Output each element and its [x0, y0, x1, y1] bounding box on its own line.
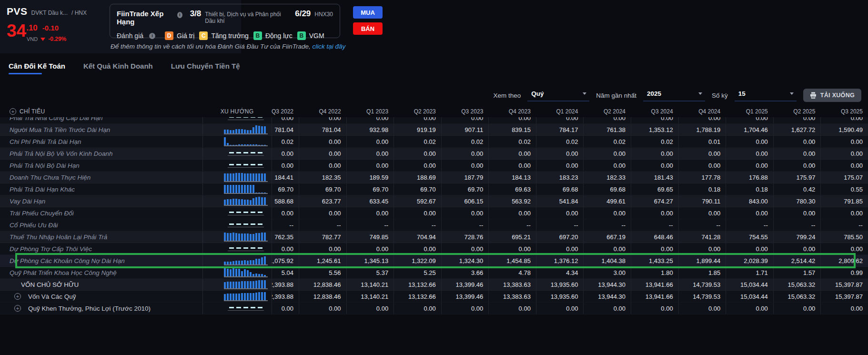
value-cell: 0.00	[272, 303, 299, 314]
value-cell: --	[441, 219, 489, 231]
value-cell: 1,704.46	[726, 124, 773, 135]
trend-sparkline-flat	[224, 220, 268, 230]
value-cell: 0.02	[583, 136, 631, 147]
table-row[interactable]: Dự Phòng Các Khoản Công Nợ Dài Hạn1,075.…	[0, 255, 868, 267]
year-select[interactable]: 2025	[643, 89, 705, 101]
value-cell: 13,383.63	[488, 279, 536, 290]
column-header: Q3 2023	[441, 106, 489, 117]
value-cell: 12,393.88	[272, 291, 299, 302]
value-cell: 12,838.46	[299, 291, 346, 302]
table-row[interactable]: Cổ Phiếu Ưu Đãi-------------------------…	[0, 219, 868, 231]
value-cell: 0.00	[773, 117, 821, 124]
price-block: 34 .10 -0.10 VND -0.29%	[7, 23, 111, 39]
expand-row-icon[interactable]: +	[14, 293, 21, 300]
value-cell: --	[820, 219, 868, 231]
table-row[interactable]: Chi Phí Phải Trả Dài Hạn0.020.000.000.02…	[0, 136, 868, 148]
value-cell: 0.42	[773, 183, 821, 195]
grade-badge: C	[199, 31, 208, 40]
value-cell: 2,028.39	[726, 255, 773, 266]
table-row[interactable]: Người Mua Trả Tiền Trước Dài Hạn781.0478…	[0, 124, 868, 136]
trend-sparkline-bars	[224, 125, 268, 135]
value-cell: 0.00	[488, 243, 536, 254]
table-row[interactable]: Phải Trả Nội Bộ Về Vốn Kinh Doanh0.000.0…	[0, 148, 868, 160]
value-cell: 0.00	[394, 303, 441, 314]
table-row[interactable]: Quỹ Phát Triển Khoa Học Công Nghệ5.045.5…	[0, 267, 868, 279]
value-cell: --	[726, 219, 773, 231]
tab-cân-đối-kế-toán[interactable]: Cân Đối Kế Toán	[9, 62, 65, 74]
row-label: Cổ Phiếu Ưu Đãi	[10, 222, 58, 229]
table-row[interactable]: Doanh Thu Chưa Thực Hiện184.41182.35189.…	[0, 172, 868, 183]
table-row[interactable]: +Vốn Và Các Quỹ12,393.8812,838.4613,140.…	[0, 291, 868, 303]
value-cell: 4.34	[536, 267, 584, 278]
periods-value: 15	[738, 90, 746, 97]
value-cell: 0.00	[820, 243, 868, 254]
value-cell: 697.20	[536, 231, 584, 243]
table-row[interactable]: Dự Phòng Trợ Cấp Thôi Việc0.000.000.000.…	[0, 243, 868, 255]
value-cell: 781.04	[299, 124, 346, 135]
expand-all-icon[interactable]: +	[10, 108, 16, 115]
table-row[interactable]: Phải Trả Nhà Cung Cấp Dài Hạn0.000.000.0…	[0, 117, 868, 124]
row-label: Phải Trả Nội Bộ Về Vốn Kinh Doanh	[10, 150, 113, 157]
index-label: HNX30	[314, 11, 333, 18]
buy-button[interactable]: MUA	[353, 6, 383, 19]
value-cell: 781.04	[272, 124, 299, 135]
value-cell: 0.00	[583, 207, 631, 219]
note-link[interactable]: click tại đây	[313, 43, 346, 50]
table-row[interactable]: Phải Trả Dài Hạn Khác69.7069.7069.7069.7…	[0, 183, 868, 195]
value-cell: 0.00	[346, 117, 394, 124]
info-icon[interactable]: i	[177, 12, 182, 18]
value-cell: 0.00	[536, 117, 584, 124]
value-cell: 14,739.53	[678, 291, 726, 302]
value-cell: 782.77	[299, 231, 346, 243]
view-by-select[interactable]: Quý	[527, 89, 589, 101]
trend-sparkline-bars	[224, 232, 268, 242]
value-cell: 1,345.13	[346, 255, 394, 266]
table-row[interactable]: Thuế Thu Nhập Hoãn Lại Phải Trả762.35782…	[0, 231, 868, 243]
ticker-symbol: PVS	[7, 6, 28, 17]
value-cell: 0.00	[488, 160, 536, 171]
value-cell: 13,941.66	[631, 279, 678, 290]
tab-kết-quả-kinh-doanh[interactable]: Kết Quả Kinh Doanh	[83, 62, 153, 74]
tab-lưu-chuyển-tiền-tệ[interactable]: Lưu Chuyển Tiền Tệ	[171, 62, 240, 74]
value-cell: 183.23	[536, 172, 584, 183]
periods-select[interactable]: 15	[735, 89, 797, 101]
view-by-label: Xem theo	[493, 92, 521, 99]
value-cell: 187.79	[441, 172, 489, 183]
value-cell: 0.00	[726, 136, 773, 147]
trend-sparkline-flat	[224, 149, 268, 159]
value-cell: 15,397.87	[820, 279, 868, 290]
table-row[interactable]: VỐN CHỦ SỞ HỮU12,393.8812,838.4613,140.2…	[0, 279, 868, 291]
value-cell: 0.18	[726, 183, 773, 195]
table-row[interactable]: +Quỹ Khen Thưởng, Phúc Lợi (Trước 2010)0…	[0, 303, 868, 314]
expand-row-icon[interactable]: +	[14, 305, 21, 312]
info-icon[interactable]: i	[149, 33, 155, 39]
row-label: Chi Phí Phải Trả Dài Hạn	[10, 138, 81, 145]
value-cell: 749.85	[346, 231, 394, 243]
value-cell: 1,433.25	[631, 255, 678, 266]
value-cell: 0.00	[773, 148, 821, 159]
value-cell: 182.35	[299, 172, 346, 183]
value-cell: 907.11	[441, 124, 489, 135]
value-cell: 0.00	[631, 160, 678, 171]
value-cell: 0.00	[299, 243, 346, 254]
value-cell: 563.92	[488, 195, 536, 207]
sell-button[interactable]: BÁN	[353, 22, 383, 35]
value-cell: 13,935.60	[536, 291, 584, 302]
table-row[interactable]: Trái Phiếu Chuyển Đổi0.000.000.000.000.0…	[0, 207, 868, 219]
value-cell: 791.85	[820, 195, 868, 207]
value-cell: 0.00	[488, 207, 536, 219]
row-label: Phải Trả Nội Bộ Dài Hạn	[10, 162, 80, 169]
value-cell: 0.00	[394, 148, 441, 159]
value-cell: 69.65	[631, 183, 678, 195]
table-row[interactable]: Phải Trả Nội Bộ Dài Hạn0.000.000.000.000…	[0, 160, 868, 172]
filter-bar: Xem theo Quý Năm gần nhất 2025 Số kỳ 15 …	[493, 89, 861, 102]
value-cell: 13,140.21	[346, 279, 394, 290]
value-cell: 785.50	[820, 231, 868, 243]
table-row[interactable]: Vay Dài Hạn588.68623.77633.45592.67606.1…	[0, 195, 868, 207]
rating-scores-row: Đánh giá i DGiá trịCTăng trưởngBĐộng lực…	[117, 31, 333, 40]
download-button[interactable]: TẢI XUỐNG	[803, 89, 861, 102]
price-integer: 34	[7, 23, 26, 39]
value-cell: 0.00	[299, 136, 346, 147]
row-label: Quỹ Khen Thưởng, Phúc Lợi (Trước 2010)	[28, 305, 151, 312]
index-rank: 6/29	[295, 9, 311, 19]
